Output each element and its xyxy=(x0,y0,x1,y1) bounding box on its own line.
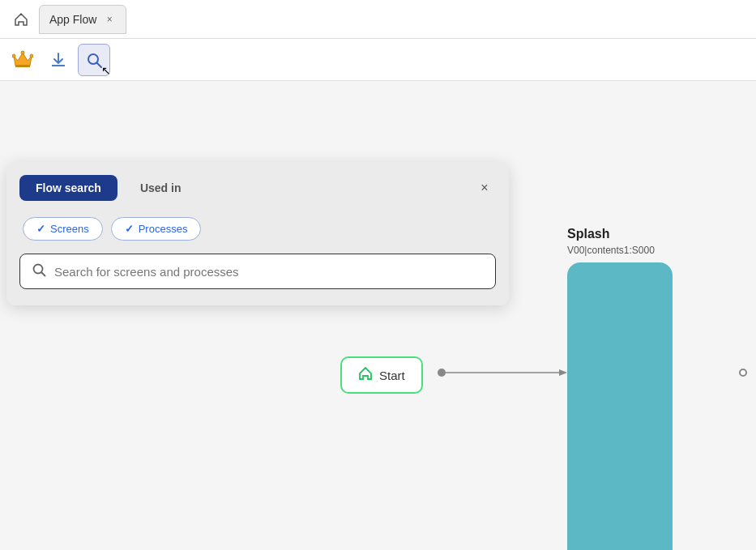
search-box xyxy=(19,254,496,289)
svg-line-8 xyxy=(42,273,45,276)
search-icon xyxy=(32,262,46,280)
arrow-line xyxy=(446,365,575,381)
filter-row: ✓ Screens ✓ Processes xyxy=(6,211,509,254)
tab-label: App Flow xyxy=(49,13,96,26)
flow-search-tab[interactable]: Flow search xyxy=(19,175,117,201)
svg-line-6 xyxy=(97,63,101,67)
splash-title: Splash xyxy=(567,227,609,241)
screens-check-icon: ✓ xyxy=(36,223,45,235)
search-input[interactable] xyxy=(54,265,484,279)
start-home-icon xyxy=(358,366,373,384)
canvas-area: Flow search Used in × ✓ Screens ✓ Proces… xyxy=(0,81,756,550)
panel-close-button[interactable]: × xyxy=(473,177,496,199)
svg-point-1 xyxy=(21,51,24,54)
crown-button[interactable] xyxy=(6,44,39,76)
app-flow-tab[interactable]: App Flow × xyxy=(39,5,126,34)
arrow-dot-left xyxy=(438,369,446,377)
processes-check-icon: ✓ xyxy=(125,223,134,235)
splash-card: Splash V00|contents1:S000 xyxy=(567,227,673,550)
svg-point-3 xyxy=(12,54,15,58)
processes-label: Processes xyxy=(139,223,188,235)
svg-point-7 xyxy=(34,265,43,274)
right-connection-dot xyxy=(739,369,747,377)
start-label: Start xyxy=(379,369,405,382)
svg-point-2 xyxy=(30,54,33,58)
title-bar: App Flow × xyxy=(0,0,756,39)
svg-rect-4 xyxy=(15,65,30,67)
screens-filter-chip[interactable]: ✓ Screens xyxy=(23,217,103,241)
toolbar: ↖ xyxy=(0,39,756,81)
download-button[interactable] xyxy=(42,44,75,76)
processes-filter-chip[interactable]: ✓ Processes xyxy=(111,217,202,241)
tab-close-button[interactable]: × xyxy=(103,13,116,26)
screens-label: Screens xyxy=(50,223,89,235)
flow-search-button[interactable]: ↖ xyxy=(78,44,110,76)
splash-screen[interactable] xyxy=(567,262,673,550)
flow-search-panel: Flow search Used in × ✓ Screens ✓ Proces… xyxy=(6,162,509,305)
home-button[interactable] xyxy=(6,5,36,34)
panel-header: Flow search Used in × xyxy=(6,162,509,211)
used-in-tab[interactable]: Used in xyxy=(124,175,198,201)
splash-subtitle: V00|contents1:S000 xyxy=(567,245,655,256)
svg-point-5 xyxy=(88,54,98,64)
start-node[interactable]: Start xyxy=(340,356,423,394)
svg-marker-10 xyxy=(559,369,567,376)
